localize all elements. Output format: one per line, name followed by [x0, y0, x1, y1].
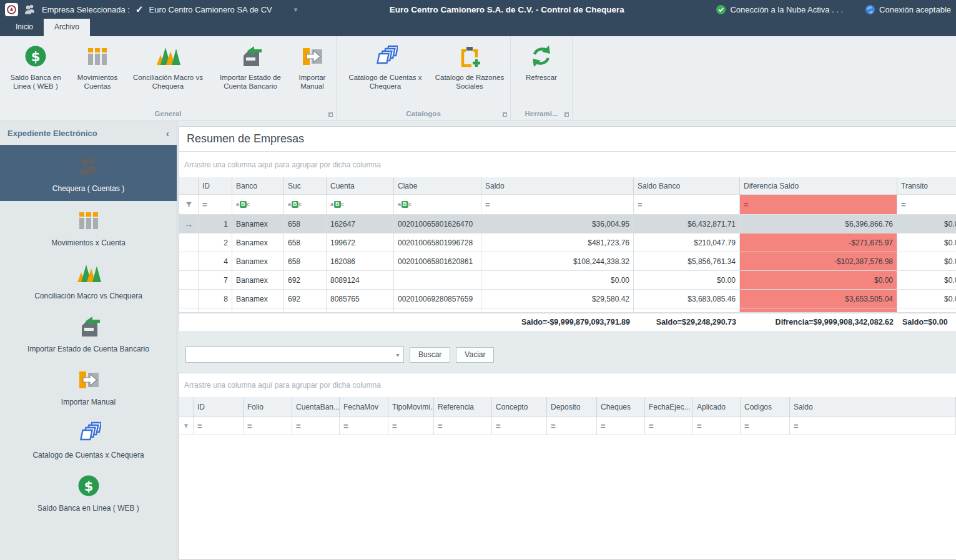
filter-cell[interactable]: =	[388, 417, 434, 435]
column-header-id[interactable]: ID	[194, 397, 244, 416]
filter-cell-transito[interactable]: =	[897, 195, 956, 214]
ribbon-group-herramientas: Refrescar Herrami...	[511, 36, 573, 120]
column-header-aplicado[interactable]: Aplicado	[693, 397, 741, 416]
sidebar-item-catalogo-cuentas-chequera[interactable]: Catalogo de Cuentas x Chequera	[0, 413, 177, 466]
floppy-import-icon	[238, 44, 263, 69]
column-header-saldo[interactable]: Saldo	[481, 177, 634, 194]
dialog-launcher-icon[interactable]	[503, 112, 507, 117]
column-header-id[interactable]: ID	[199, 177, 232, 194]
dialog-launcher-icon[interactable]	[564, 112, 569, 117]
column-header-cheques[interactable]: Cheques	[597, 397, 645, 416]
column-header-referencia[interactable]: Referencia	[434, 397, 492, 416]
buscar-button[interactable]: Buscar	[410, 347, 450, 363]
sidebar-item-saldo-banca-en-linea[interactable]: Saldo Banca en Linea ( WEB )	[0, 466, 177, 519]
table-row[interactable]: 7 Banamex 692 8089124 $0.00 $0.00 $0.00 …	[179, 271, 956, 290]
table-row[interactable]: 2 Banamex 658 199672 002010065801996728 …	[179, 233, 956, 252]
importar-estado-cuenta-button[interactable]: Importar Estado de Cuenta Bancario	[210, 42, 291, 92]
importar-manual-button[interactable]: Importar Manual	[291, 42, 333, 92]
catalogo-razones-sociales-button[interactable]: Catalogo de Razones Sociales	[431, 42, 508, 92]
column-header-cuentabancaria[interactable]: CuentaBan...	[292, 397, 340, 416]
cell-saldo-banco: $210,047.79	[634, 233, 740, 252]
column-header-folio[interactable]: Folio	[244, 397, 292, 416]
connection-status-text: Conexión aceptable	[879, 5, 951, 14]
filter-cell-saldo[interactable]: =	[481, 195, 634, 214]
ribbon: Saldo Banca en Linea ( WEB ) Movimientos…	[0, 36, 956, 121]
row-indicator-cell	[179, 290, 199, 308]
cell-transito: $0.00	[897, 252, 956, 270]
column-header-deposito[interactable]: Deposito	[547, 397, 597, 416]
cell-saldo: $108,244,338.32	[481, 252, 634, 270]
column-header-clabe[interactable]: Clabe	[394, 177, 481, 194]
row-indicator-cell	[179, 252, 199, 270]
column-header-fechaejec[interactable]: FechaEjec...	[645, 397, 693, 416]
tab-inicio[interactable]: Inicio	[5, 19, 44, 36]
filter-cell-clabe[interactable]: aBc	[394, 195, 481, 214]
filter-cell[interactable]: =	[492, 417, 547, 435]
sidebar-collapse-chevron-icon[interactable]: ‹	[166, 128, 169, 139]
filter-cell-diferencia-saldo[interactable]: =	[740, 195, 897, 214]
filter-cell-banco[interactable]: aBc	[232, 195, 284, 214]
table-row[interactable]: 8 Banamex 692 8085765 002010069280857659…	[179, 290, 956, 308]
column-header-cuenta[interactable]: Cuenta	[327, 177, 394, 194]
table-row[interactable]: → 1 Banamex 658 162647 00201006580162647…	[179, 215, 956, 233]
tab-archivo[interactable]: Archivo	[44, 19, 90, 36]
column-header-saldo-banco[interactable]: Saldo Banco	[634, 177, 740, 194]
cell-id: 7	[199, 271, 232, 289]
sidebar-item-conciliacion-macro[interactable]: Conciliación Macro vs Chequera	[0, 254, 177, 307]
sidebar-item-movimientos-x-cuenta[interactable]: Movimientos x Cuenta	[0, 201, 177, 254]
column-header-suc[interactable]: Suc	[284, 177, 327, 194]
filter-cell[interactable]: =	[340, 417, 388, 435]
cell-diferencia-saldo: $0.00	[740, 271, 897, 289]
dialog-launcher-icon[interactable]	[328, 112, 333, 117]
filter-cell-cuenta[interactable]: aBc	[327, 195, 394, 214]
column-header-transito[interactable]: Transito	[897, 177, 956, 194]
cell-suc: 692	[284, 271, 327, 289]
vaciar-button[interactable]: Vaciar	[456, 347, 494, 363]
empresa-selected-value[interactable]: Euro Centro Camionero SA de CV	[149, 5, 272, 14]
sidebar-item-importar-manual[interactable]: Importar Manual	[0, 360, 177, 413]
bar-chart-icon	[85, 44, 110, 69]
filter-cell-id[interactable]: =	[199, 195, 232, 214]
selected-row-arrow-icon: →	[184, 219, 193, 229]
column-header-diferencia-saldo[interactable]: Diferencia Saldo	[740, 177, 897, 194]
check-icon: ✓	[136, 4, 144, 15]
column-header-concepto[interactable]: Concepto	[492, 397, 547, 416]
account-combo-input[interactable]	[186, 347, 392, 362]
filter-cell[interactable]: =	[790, 417, 956, 435]
filter-cell[interactable]: =	[547, 417, 597, 435]
column-header-saldo[interactable]: Saldo	[790, 397, 956, 416]
combo-dropdown-caret-icon[interactable]: ▾	[392, 351, 403, 358]
filter-cell[interactable]: =	[597, 417, 645, 435]
column-header-codigos[interactable]: Codigos	[741, 397, 790, 416]
cell-diferencia-saldo: $6,396,866.76	[740, 215, 897, 233]
cell-saldo: $0.00	[481, 271, 634, 289]
saldo-banca-en-linea-button[interactable]: Saldo Banca en Linea ( WEB )	[2, 42, 69, 92]
cell-transito: $0.00	[897, 233, 956, 252]
filter-funnel-icon[interactable]	[179, 195, 199, 214]
filter-cell[interactable]: =	[244, 417, 292, 435]
ribbon-group-catalogos-label: Catalogos	[406, 110, 441, 117]
filter-cell[interactable]: =	[693, 417, 741, 435]
movimientos-cuentas-button[interactable]: Movimientos Cuentas	[69, 42, 126, 92]
filter-funnel-icon[interactable]	[179, 417, 194, 435]
catalogo-cuentas-chequera-button[interactable]: Catalogo de Cuentas x Chequera	[339, 42, 431, 92]
abc-filter-icon: aBc	[398, 201, 411, 208]
conciliacion-macro-button[interactable]: Conciliación Macro vs Chequera	[126, 42, 210, 92]
filter-cell[interactable]: =	[645, 417, 693, 435]
sidebar-item-importar-estado-cuenta[interactable]: Importar Estado de Cuenta Bancario	[0, 307, 177, 360]
filter-cell[interactable]: =	[741, 417, 790, 435]
filter-cell[interactable]: =	[194, 417, 244, 435]
refrescar-button[interactable]: Refrescar	[513, 42, 569, 84]
filter-cell-saldo-banco[interactable]: =	[634, 195, 740, 214]
column-header-tipomovimiento[interactable]: TipoMovimi...	[388, 397, 434, 416]
movimientos-panel: Arrastre una columna aquí para agrupar p…	[179, 373, 956, 560]
column-header-banco[interactable]: Banco	[232, 177, 284, 194]
sidebar-item-chequera-cuentas[interactable]: Chequera ( Cuentas )	[0, 145, 177, 201]
filter-cell[interactable]: =	[292, 417, 340, 435]
account-combo[interactable]: ▾	[185, 346, 404, 363]
filter-cell[interactable]: =	[434, 417, 492, 435]
column-header-fechamov[interactable]: FechaMov	[340, 397, 388, 416]
cell-clabe	[394, 271, 481, 289]
filter-cell-suc[interactable]: aBc	[284, 195, 327, 214]
table-row[interactable]: 4 Banamex 658 162086 002010065801620861 …	[179, 252, 956, 271]
